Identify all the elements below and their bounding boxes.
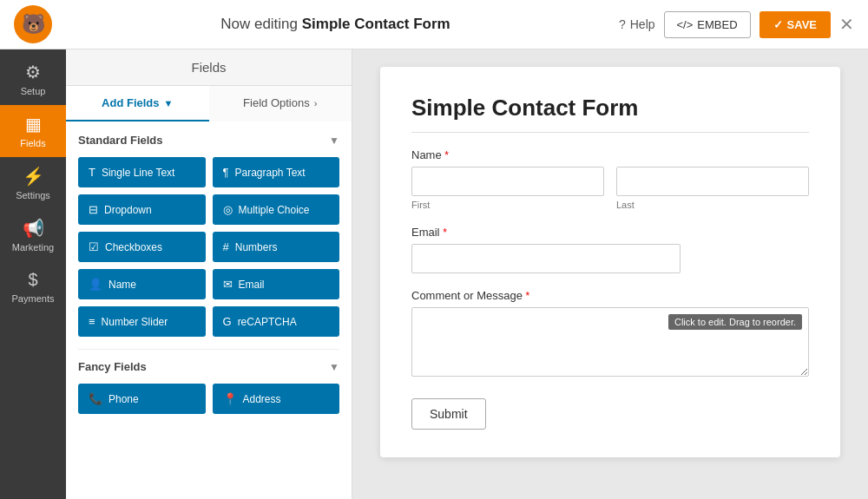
sidebar-item-setup[interactable]: ⚙ Setup — [0, 53, 66, 105]
name-btn-label: Name — [108, 279, 136, 291]
checkboxes-label: Checkboxes — [105, 241, 162, 253]
top-bar-actions: ? Help </> EMBED ✓ SAVE ✕ — [619, 11, 854, 38]
field-btn-single-line-text[interactable]: T Single Line Text — [78, 157, 206, 187]
sidebar-item-marketing[interactable]: 📢 Marketing — [0, 209, 66, 261]
email-icon: ✉ — [223, 278, 233, 291]
fields-icon: ▦ — [25, 114, 42, 135]
sidebar-item-settings[interactable]: ⚡ Settings — [0, 157, 66, 209]
tab-field-options[interactable]: Field Options › — [209, 86, 352, 121]
number-slider-icon: ≡ — [89, 315, 95, 328]
payments-icon: $ — [28, 270, 37, 290]
fields-panel-title: Fields — [191, 60, 226, 75]
sidebar-item-payments[interactable]: $ Payments — [0, 261, 66, 312]
page-title: Now editing Simple Contact Form — [52, 16, 619, 33]
standard-fields-label: Standard Fields — [78, 134, 163, 147]
field-btn-email[interactable]: ✉ Email — [213, 269, 340, 299]
field-btn-numbers[interactable]: # Numbers — [213, 232, 340, 262]
dropdown-label: Dropdown — [104, 204, 152, 216]
sidebar-item-fields[interactable]: ▦ Fields — [0, 105, 66, 157]
standard-fields-chevron: ▼ — [329, 135, 339, 147]
field-btn-name[interactable]: 👤 Name — [78, 269, 206, 299]
tab-field-options-label: Field Options — [243, 96, 310, 109]
field-btn-address[interactable]: 📍 Address — [213, 384, 340, 414]
brand-logo: 🐻 — [14, 5, 52, 43]
tab-add-fields[interactable]: Add Fields ▼ — [66, 86, 209, 121]
field-btn-recaptcha[interactable]: G reCAPTCHA — [213, 306, 340, 337]
settings-icon: ⚡ — [23, 166, 44, 187]
fields-content: Standard Fields ▼ T Single Line Text ¶ P… — [66, 121, 352, 438]
address-label: Address — [243, 393, 281, 405]
comment-required-star: * — [526, 290, 530, 302]
sidebar-label-payments: Payments — [12, 293, 55, 304]
name-last-col: Last — [616, 167, 809, 210]
textarea-wrapper: Click to edit. Drag to reorder. — [411, 307, 809, 379]
form-field-email: Email * — [411, 226, 809, 273]
field-btn-dropdown[interactable]: ⊟ Dropdown — [78, 194, 206, 225]
email-required-star: * — [443, 227, 447, 239]
address-icon: 📍 — [223, 392, 237, 405]
submit-button[interactable]: Submit — [411, 398, 486, 430]
name-last-sublabel: Last — [616, 200, 809, 210]
save-check-icon: ✓ — [773, 18, 783, 31]
fancy-fields-section-header[interactable]: Fancy Fields ▼ — [78, 360, 339, 373]
phone-icon: 📞 — [89, 392, 102, 405]
form-title-divider — [411, 132, 809, 133]
email-btn-label: Email — [239, 279, 265, 291]
embed-label: EMBED — [697, 18, 737, 31]
field-btn-number-slider[interactable]: ≡ Number Slider — [78, 306, 206, 337]
email-field-label: Email * — [411, 226, 809, 239]
email-input[interactable] — [411, 244, 681, 273]
save-label: SAVE — [787, 18, 817, 31]
checkboxes-icon: ☑ — [89, 240, 99, 253]
main-content: ⚙ Setup ▦ Fields ⚡ Settings 📢 Marketing … — [0, 49, 868, 499]
standard-fields-section-header[interactable]: Standard Fields ▼ — [78, 134, 339, 147]
numbers-label: Numbers — [235, 241, 278, 253]
phone-label: Phone — [108, 393, 139, 405]
number-slider-label: Number Slider — [102, 316, 168, 328]
comment-textarea[interactable] — [411, 307, 809, 377]
sidebar-label-settings: Settings — [16, 190, 50, 200]
name-row: First Last — [411, 167, 809, 210]
name-first-col: First — [411, 167, 604, 210]
sidebar: ⚙ Setup ▦ Fields ⚡ Settings 📢 Marketing … — [0, 49, 66, 499]
title-bold: Simple Contact Form — [302, 16, 450, 32]
fancy-fields-label: Fancy Fields — [78, 360, 147, 373]
setup-icon: ⚙ — [25, 62, 41, 82]
field-btn-phone[interactable]: 📞 Phone — [78, 384, 206, 414]
sidebar-label-setup: Setup — [21, 86, 46, 96]
numbers-icon: # — [223, 240, 229, 253]
close-button[interactable]: ✕ — [839, 14, 854, 35]
tabs-row: Add Fields ▼ Field Options › — [66, 86, 352, 121]
recaptcha-icon: G — [223, 315, 232, 328]
field-btn-checkboxes[interactable]: ☑ Checkboxes — [78, 232, 206, 262]
dropdown-icon: ⊟ — [89, 203, 98, 216]
save-button[interactable]: ✓ SAVE — [760, 11, 831, 38]
help-label: Help — [630, 17, 655, 31]
sidebar-label-marketing: Marketing — [12, 242, 54, 253]
form-card: Simple Contact Form Name * First Last — [380, 67, 840, 457]
field-btn-paragraph-text[interactable]: ¶ Paragraph Text — [213, 157, 340, 187]
embed-code-icon: </> — [677, 18, 694, 31]
tab-add-fields-arrow: ▼ — [164, 98, 174, 108]
name-first-sublabel: First — [411, 200, 604, 210]
top-bar: 🐻 Now editing Simple Contact Form ? Help… — [0, 0, 868, 49]
comment-field-label: Comment or Message * — [411, 289, 809, 302]
logo: 🐻 — [14, 5, 52, 43]
field-btn-multiple-choice[interactable]: ◎ Multiple Choice — [213, 194, 340, 225]
embed-button[interactable]: </> EMBED — [664, 11, 751, 38]
name-last-input[interactable] — [616, 167, 809, 196]
form-preview-area: Simple Contact Form Name * First Last — [352, 49, 868, 499]
fields-panel: Fields Add Fields ▼ Field Options › Stan… — [66, 49, 352, 499]
multiple-choice-label: Multiple Choice — [239, 204, 310, 216]
name-first-input[interactable] — [411, 167, 604, 196]
paragraph-text-icon: ¶ — [223, 166, 229, 179]
paragraph-text-label: Paragraph Text — [234, 167, 305, 179]
fancy-fields-grid: 📞 Phone 📍 Address — [78, 384, 339, 414]
name-field-label: Name * — [411, 148, 809, 161]
form-title: Simple Contact Form — [411, 95, 809, 121]
standard-fields-grid: T Single Line Text ¶ Paragraph Text ⊟ Dr… — [78, 157, 339, 337]
submit-label: Submit — [430, 407, 468, 421]
name-icon: 👤 — [89, 278, 102, 291]
name-required-star: * — [444, 149, 449, 161]
help-button[interactable]: ? Help — [619, 17, 655, 31]
